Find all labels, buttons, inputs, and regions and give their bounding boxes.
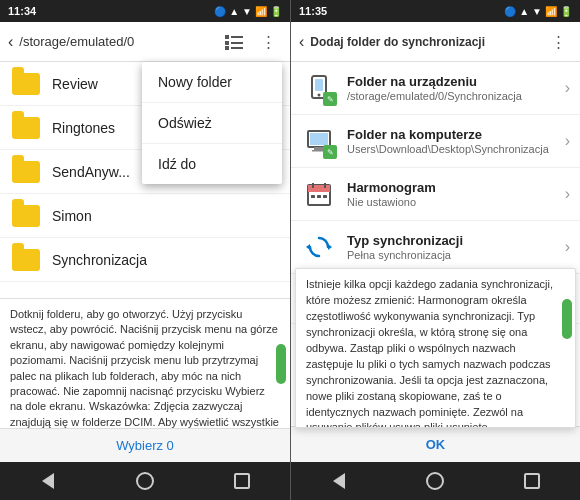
sync-item-type[interactable]: Typ synchronizacji Pełna synchronizacja … <box>291 221 580 274</box>
calendar-icon <box>305 180 333 208</box>
sync-icon <box>305 233 333 261</box>
sync-arrow-computer: › <box>565 132 570 150</box>
home-nav-icon-left <box>136 472 154 490</box>
more-menu-icon-right[interactable]: ⋮ <box>544 28 572 56</box>
home-nav-button-right[interactable] <box>420 469 450 493</box>
sync-text-type: Typ synchronizacji Pełna synchronizacja <box>347 233 565 261</box>
nav-bar-right <box>291 462 580 500</box>
folder-icon-synchronizacja <box>10 244 42 276</box>
recents-nav-icon-right <box>524 473 540 489</box>
sync-arrow-schedule: › <box>565 185 570 203</box>
status-bar-left: 11:34 🔵 ▲ ▼ 📶 🔋 <box>0 0 290 22</box>
edit-badge-computer: ✎ <box>323 145 337 159</box>
sync-arrow-type: › <box>565 238 570 256</box>
svg-rect-14 <box>308 185 330 192</box>
svg-rect-10 <box>310 133 328 145</box>
list-view-icon[interactable] <box>220 28 248 56</box>
file-item-synchronizacja[interactable]: Synchronizacja <box>0 238 290 282</box>
file-item-simon[interactable]: Simon <box>0 194 290 238</box>
panel-left: 11:34 🔵 ▲ ▼ 📶 🔋 ‹ /storage/emulated/0 ⋮ <box>0 0 290 500</box>
svg-rect-19 <box>323 195 327 198</box>
back-nav-button-left[interactable] <box>33 469 63 493</box>
back-button-left[interactable]: ‹ <box>8 33 13 51</box>
back-nav-icon-right <box>333 473 345 489</box>
time-right: 11:35 <box>299 5 327 17</box>
ok-button-right[interactable]: OK <box>291 426 580 462</box>
sync-text-computer: Folder na komputerze Users\Download\Desk… <box>347 127 565 155</box>
more-menu-icon-left[interactable]: ⋮ <box>254 28 282 56</box>
home-nav-icon-right <box>426 472 444 490</box>
scroll-indicator-left <box>276 344 286 384</box>
svg-rect-1 <box>231 36 243 38</box>
info-text-left: Dotknij folderu, aby go otworzyć. Użyj p… <box>10 308 279 428</box>
folder-icon-ringtones <box>10 112 42 144</box>
edit-badge-device: ✎ <box>323 92 337 106</box>
toolbar-left: ‹ /storage/emulated/0 ⋮ <box>0 22 290 62</box>
status-bar-right: 11:35 🔵 ▲ ▼ 📶 🔋 <box>291 0 580 22</box>
folder-icon-review <box>10 68 42 100</box>
sync-type-icon-wrap <box>301 229 337 265</box>
svg-rect-5 <box>231 47 243 49</box>
file-name-simon: Simon <box>52 208 280 224</box>
folder-icon-sendanyw <box>10 156 42 188</box>
sync-popup-text: Istnieje kilka opcji każdego zadania syn… <box>306 278 553 428</box>
status-icons-right: 🔵 ▲ ▼ 📶 🔋 <box>504 6 572 17</box>
toolbar-right: ‹ Dodaj folder do synchronizacji ⋮ <box>291 22 580 62</box>
sync-info-popup: Istnieje kilka opcji każdego zadania syn… <box>295 268 576 428</box>
page-title-right: Dodaj folder do synchronizacji <box>310 35 538 49</box>
recents-nav-button-right[interactable] <box>517 469 547 493</box>
file-name-synchronizacja: Synchronizacja <box>52 252 280 268</box>
popup-scroll-indicator <box>562 299 572 339</box>
recents-nav-button-left[interactable] <box>227 469 257 493</box>
device-folder-icon-wrap: ✎ <box>301 70 337 106</box>
svg-rect-3 <box>231 42 243 44</box>
svg-rect-0 <box>225 35 229 39</box>
info-box-left: Dotknij folderu, aby go otworzyć. Użyj p… <box>0 298 290 428</box>
dropdown-menu: Nowy folder Odśwież Idź do <box>142 62 282 184</box>
time-left: 11:34 <box>8 5 36 17</box>
select-button-left[interactable]: Wybierz 0 <box>0 428 290 462</box>
folder-icon-simon <box>10 200 42 232</box>
sync-item-computer-folder[interactable]: ✎ Folder na komputerze Users\Download\De… <box>291 115 580 168</box>
sync-text-device: Folder na urządzeniu /storage/emulated/0… <box>347 74 565 102</box>
back-nav-icon-left <box>42 473 54 489</box>
svg-rect-8 <box>315 79 323 91</box>
sync-item-schedule[interactable]: Harmonogram Nie ustawiono › <box>291 168 580 221</box>
back-button-right[interactable]: ‹ <box>299 33 304 51</box>
path-title-left: /storage/emulated/0 <box>19 34 214 49</box>
svg-rect-4 <box>225 46 229 50</box>
panel-right: 11:35 🔵 ▲ ▼ 📶 🔋 ‹ Dodaj folder do synchr… <box>290 0 580 500</box>
dropdown-item-new-folder[interactable]: Nowy folder <box>142 62 282 103</box>
home-nav-button-left[interactable] <box>130 469 160 493</box>
svg-marker-20 <box>328 244 332 250</box>
sync-text-schedule: Harmonogram Nie ustawiono <box>347 180 565 208</box>
svg-rect-18 <box>317 195 321 198</box>
status-icons-left: 🔵 ▲ ▼ 📶 🔋 <box>214 6 282 17</box>
schedule-icon-wrap <box>301 176 337 212</box>
recents-nav-icon-left <box>234 473 250 489</box>
sync-item-device-folder[interactable]: ✎ Folder na urządzeniu /storage/emulated… <box>291 62 580 115</box>
svg-rect-2 <box>225 41 229 45</box>
nav-bar-left <box>0 462 290 500</box>
dropdown-item-refresh[interactable]: Odśwież <box>142 103 282 144</box>
sync-arrow-device: › <box>565 79 570 97</box>
svg-point-7 <box>318 94 321 97</box>
back-nav-button-right[interactable] <box>324 469 354 493</box>
svg-marker-21 <box>306 244 310 250</box>
dropdown-item-goto[interactable]: Idź do <box>142 144 282 184</box>
computer-folder-icon-wrap: ✎ <box>301 123 337 159</box>
svg-rect-17 <box>311 195 315 198</box>
